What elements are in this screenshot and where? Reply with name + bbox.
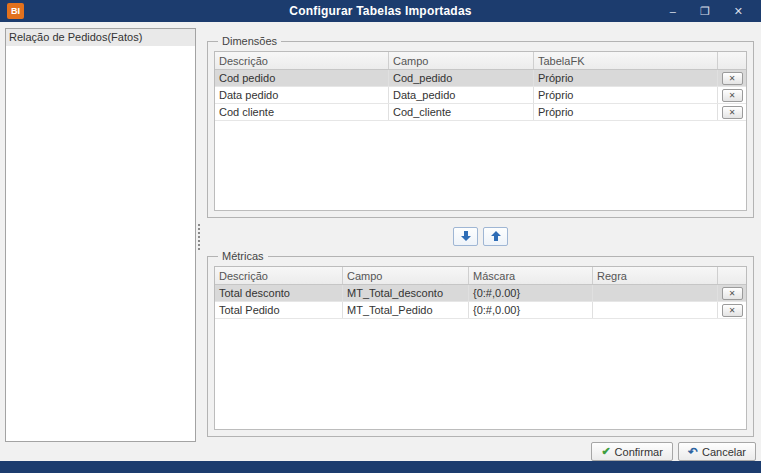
list-item-relacao-pedidos[interactable]: Relação de Pedidos(Fatos) — [6, 29, 195, 46]
column-header-mascara[interactable]: Máscara — [469, 267, 593, 284]
metrics-grid-header: Descrição Campo Máscara Regra — [215, 267, 746, 285]
cell-tabelafk[interactable]: Próprio — [534, 104, 718, 120]
table-row[interactable]: Cod pedido Cod_pedido Próprio ✕ — [215, 70, 746, 87]
dimensions-grid-header: Descrição Campo TabelaFK — [215, 52, 746, 70]
cancel-button[interactable]: ↶ Cancelar — [678, 442, 756, 461]
cell-tabelafk[interactable]: Próprio — [534, 70, 718, 86]
cell-campo[interactable]: Cod_cliente — [389, 104, 534, 120]
delete-row-button[interactable]: ✕ — [722, 106, 743, 119]
cell-mascara[interactable]: {0:#,0.00} — [469, 285, 593, 301]
delete-row-button[interactable]: ✕ — [722, 304, 743, 317]
dialog-window: BI Configurar Tabelas Importadas – ❐ ✕ R… — [0, 0, 761, 473]
window-controls: – ❐ ✕ — [670, 0, 743, 22]
undo-icon: ↶ — [688, 445, 698, 459]
column-header-campo[interactable]: Campo — [389, 52, 534, 69]
cell-mascara[interactable]: {0:#,0.00} — [469, 302, 593, 318]
table-row[interactable]: Total Pedido MT_Total_Pedido {0:#,0.00} … — [215, 302, 746, 319]
cell-regra[interactable] — [593, 302, 718, 318]
cell-descricao[interactable]: Cod cliente — [215, 104, 389, 120]
close-icon[interactable]: ✕ — [734, 0, 743, 22]
cell-descricao[interactable]: Cod pedido — [215, 70, 389, 86]
cell-regra[interactable] — [593, 285, 718, 301]
cell-campo[interactable]: MT_Total_desconto — [343, 285, 469, 301]
cancel-button-label: Cancelar — [702, 446, 746, 458]
table-row[interactable]: Cod cliente Cod_cliente Próprio ✕ — [215, 104, 746, 121]
tables-list: Relação de Pedidos(Fatos) — [5, 28, 196, 442]
dimensions-grid: Descrição Campo TabelaFK Cod pedido Cod_… — [214, 51, 747, 211]
metrics-group-title: Métricas — [218, 250, 268, 262]
column-header-actions — [718, 267, 746, 284]
confirm-button[interactable]: ✔ Confirmar — [591, 442, 673, 461]
column-header-regra[interactable]: Regra — [593, 267, 718, 284]
check-icon: ✔ — [601, 445, 610, 458]
move-buttons — [207, 226, 754, 246]
cell-campo[interactable]: Cod_pedido — [389, 70, 534, 86]
cell-descricao[interactable]: Total desconto — [215, 285, 343, 301]
cell-campo[interactable]: Data_pedido — [389, 87, 534, 103]
delete-row-button[interactable]: ✕ — [722, 72, 743, 85]
column-header-descricao[interactable]: Descrição — [215, 267, 343, 284]
dimensions-group-title: Dimensões — [218, 35, 281, 47]
move-up-button[interactable] — [483, 227, 508, 246]
table-row[interactable]: Total desconto MT_Total_desconto {0:#,0.… — [215, 285, 746, 302]
window-title: Configurar Tabelas Importadas — [0, 4, 761, 18]
footer: ✔ Confirmar ↶ Cancelar — [591, 442, 756, 461]
arrow-down-icon — [460, 230, 472, 242]
cell-campo[interactable]: MT_Total_Pedido — [343, 302, 469, 318]
app-logo: BI — [7, 3, 24, 19]
column-header-tabelafk[interactable]: TabelaFK — [534, 52, 718, 69]
cell-descricao[interactable]: Total Pedido — [215, 302, 343, 318]
cell-tabelafk[interactable]: Próprio — [534, 87, 718, 103]
move-down-button[interactable] — [453, 227, 478, 246]
table-row[interactable]: Data pedido Data_pedido Próprio ✕ — [215, 87, 746, 104]
column-header-descricao[interactable]: Descrição — [215, 52, 389, 69]
splitter-handle[interactable] — [198, 224, 202, 250]
dimensions-group: Dimensões Descrição Campo TabelaFK Cod p… — [207, 41, 754, 218]
arrow-up-icon — [490, 230, 502, 242]
column-header-campo[interactable]: Campo — [343, 267, 469, 284]
confirm-button-label: Confirmar — [615, 446, 663, 458]
maximize-icon[interactable]: ❐ — [700, 0, 710, 22]
titlebar: BI Configurar Tabelas Importadas – ❐ ✕ — [0, 0, 761, 22]
cell-descricao[interactable]: Data pedido — [215, 87, 389, 103]
minimize-icon[interactable]: – — [670, 0, 676, 22]
delete-row-button[interactable]: ✕ — [722, 89, 743, 102]
metrics-grid: Descrição Campo Máscara Regra Total desc… — [214, 266, 747, 430]
metrics-group: Métricas Descrição Campo Máscara Regra T… — [207, 256, 754, 437]
bottom-bar — [0, 461, 761, 473]
delete-row-button[interactable]: ✕ — [722, 287, 743, 300]
column-header-actions — [718, 52, 746, 69]
